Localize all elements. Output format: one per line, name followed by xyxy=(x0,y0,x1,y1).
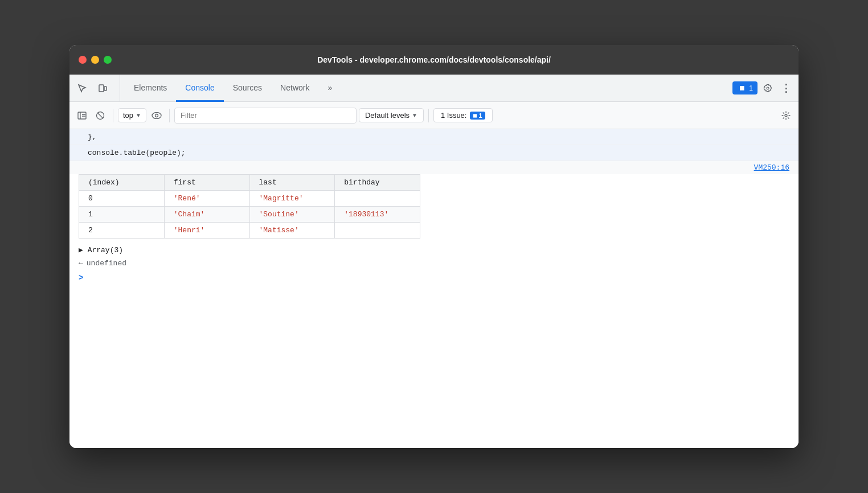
issues-badge-button[interactable]: ◼ 1 xyxy=(732,81,758,95)
dropdown-chevron-icon: ▼ xyxy=(136,112,141,118)
cell-birthday-2 xyxy=(335,223,420,239)
tabs-spacer xyxy=(341,75,732,101)
col-birthday: birthday xyxy=(335,175,420,191)
sidebar-toggle-button[interactable] xyxy=(74,108,90,124)
levels-chevron-icon: ▼ xyxy=(412,112,417,118)
console-toolbar: top ▼ Default levels ▼ 1 Issue: ◼ 1 xyxy=(69,102,799,129)
window-title: DevTools - developer.chrome.com/docs/dev… xyxy=(317,55,551,64)
traffic-lights xyxy=(79,56,112,64)
col-index: (index) xyxy=(79,175,165,191)
cell-last-1: 'Soutine' xyxy=(249,207,335,223)
device-toolbar-button[interactable] xyxy=(95,80,110,96)
col-last: last xyxy=(249,175,335,191)
tab-network[interactable]: Network xyxy=(271,75,318,102)
inspect-element-button[interactable] xyxy=(74,80,90,96)
cell-index-0: 0 xyxy=(79,191,165,207)
array-expand-button[interactable]: ▶ Array(3) xyxy=(69,243,799,257)
titlebar: DevTools - developer.chrome.com/docs/dev… xyxy=(69,45,799,75)
tab-icon-group xyxy=(74,75,120,101)
table-row: 2 'Henri' 'Matisse' xyxy=(79,223,420,239)
table-row: 0 'René' 'Magritte' xyxy=(79,191,420,207)
console-prompt[interactable]: > xyxy=(69,270,799,286)
cell-first-1: 'Chaim' xyxy=(164,207,249,223)
svg-rect-1 xyxy=(104,87,107,91)
table-header: (index) first last birthday xyxy=(79,175,420,191)
cell-index-1: 1 xyxy=(79,207,165,223)
issue-badge: ◼ 1 xyxy=(470,112,485,120)
clear-console-button[interactable] xyxy=(92,108,108,124)
svg-line-7 xyxy=(97,113,103,118)
eye-icon-button[interactable] xyxy=(149,108,165,124)
devtools-window: DevTools - developer.chrome.com/docs/dev… xyxy=(69,45,799,448)
svg-rect-0 xyxy=(99,85,104,92)
console-table-wrapper: (index) first last birthday 0 'René' 'Ma… xyxy=(69,174,799,243)
issue-button[interactable]: 1 Issue: ◼ 1 xyxy=(433,108,493,122)
cell-first-2: 'Henri' xyxy=(164,223,249,239)
console-settings-button[interactable] xyxy=(778,108,794,124)
console-output: }, console.table(people); VM250:16 (inde… xyxy=(69,129,799,448)
toolbar-separator-2 xyxy=(169,109,170,122)
svg-rect-2 xyxy=(78,112,86,119)
settings-button[interactable] xyxy=(760,80,776,96)
tab-sources[interactable]: Sources xyxy=(224,75,271,102)
tabs-bar: Elements Console Sources Network » ◼ 1 xyxy=(69,75,799,102)
return-arrow-icon: ← xyxy=(79,259,83,268)
table-body: 0 'René' 'Magritte' 1 'Chaim' 'Soutine' … xyxy=(79,191,420,239)
tabs-right-controls: ◼ 1 ⋮ xyxy=(732,75,794,101)
filter-input[interactable] xyxy=(174,108,357,124)
svg-point-10 xyxy=(785,114,787,117)
more-options-button[interactable]: ⋮ xyxy=(778,80,794,96)
close-button[interactable] xyxy=(79,56,87,64)
maximize-button[interactable] xyxy=(104,56,112,64)
minimize-button[interactable] xyxy=(91,56,99,64)
tab-console[interactable]: Console xyxy=(176,75,223,102)
cell-last-0: 'Magritte' xyxy=(249,191,335,207)
issues-icon: ◼ xyxy=(737,84,747,92)
table-row: 1 'Chaim' 'Soutine' '18930113' xyxy=(79,207,420,223)
vm-link[interactable]: VM250:16 xyxy=(754,163,789,172)
toolbar-separator-1 xyxy=(113,109,113,122)
cell-index-2: 2 xyxy=(79,223,165,239)
vm-link-line: VM250:16 xyxy=(69,161,799,174)
undefined-result: ← undefined xyxy=(69,257,799,270)
cell-birthday-1: '18930113' xyxy=(335,207,420,223)
svg-point-9 xyxy=(155,114,158,117)
code-line-1: }, xyxy=(69,129,799,145)
col-first: first xyxy=(164,175,249,191)
default-levels-button[interactable]: Default levels ▼ xyxy=(359,108,424,122)
top-context-selector[interactable]: top ▼ xyxy=(118,108,146,122)
cell-last-2: 'Matisse' xyxy=(249,223,335,239)
toolbar-separator-3 xyxy=(428,109,429,122)
svg-point-8 xyxy=(152,112,161,118)
code-line-2: console.table(people); xyxy=(69,145,799,161)
tab-more[interactable]: » xyxy=(318,75,341,102)
cell-first-0: 'René' xyxy=(164,191,249,207)
cell-birthday-0 xyxy=(335,191,420,207)
tab-elements[interactable]: Elements xyxy=(125,75,176,102)
console-table: (index) first last birthday 0 'René' 'Ma… xyxy=(79,174,420,239)
